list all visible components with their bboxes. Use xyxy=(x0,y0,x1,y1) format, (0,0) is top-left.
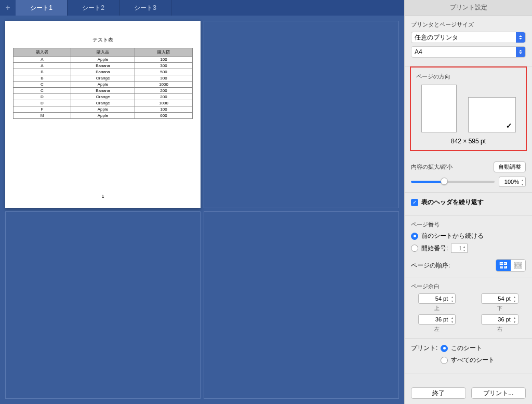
paper-size-select[interactable]: A4 xyxy=(411,46,526,58)
stepper-up-icon[interactable]: ▴ xyxy=(520,178,525,182)
page-order-down[interactable] xyxy=(511,260,525,271)
orientation-size-text: 842 × 595 pt xyxy=(416,138,521,145)
orientation-label: ページの方向 xyxy=(416,73,521,80)
bottom-buttons: 終了 プリント... xyxy=(405,382,532,404)
sheet-tab-bar: + シート1 シート2 シート3 xyxy=(0,0,404,16)
stepper-down-icon[interactable]: ▾ xyxy=(520,182,525,186)
table-row: CApple1000 xyxy=(14,82,193,88)
page-number: 1 xyxy=(5,194,201,199)
printer-select[interactable]: 任意のプリンタ xyxy=(411,32,526,43)
tab-sheet1[interactable]: シート1 xyxy=(16,0,68,16)
margin-bottom-input[interactable]: 54 pt▴▾ xyxy=(481,293,518,304)
page-number-section: ページ番号 前のシートから続ける 開始番号: 1 ▴▾ ページの順序: xyxy=(405,216,532,277)
scale-slider[interactable] xyxy=(411,181,495,183)
margin-top-input[interactable]: 54 pt▴▾ xyxy=(418,293,456,304)
all-sheets-label: すべてのシート xyxy=(451,356,495,365)
start-number-input[interactable]: 1 ▴▾ xyxy=(451,244,468,253)
margin-top-label: 上 xyxy=(434,305,440,312)
table-row: DOrange1000 xyxy=(14,100,193,106)
page-order-segmented xyxy=(496,259,526,272)
radio-start-number[interactable] xyxy=(411,245,418,252)
page-number-label: ページ番号 xyxy=(411,221,526,228)
auto-fit-button[interactable]: 自動調整 xyxy=(494,161,526,172)
table-title: テスト表 xyxy=(13,36,193,44)
table-row: AApple100 xyxy=(14,57,193,63)
margin-right-label: 右 xyxy=(497,326,502,333)
print-button[interactable]: プリント... xyxy=(471,387,526,399)
start-number-label: 開始番号: xyxy=(421,244,448,253)
add-sheet-button[interactable]: + xyxy=(0,0,16,16)
table-row: BOrange300 xyxy=(14,75,193,82)
repeat-header-checkbox[interactable]: ✓ xyxy=(411,199,418,206)
scale-label: 内容の拡大/縮小 xyxy=(411,163,453,171)
page-preview-1[interactable]: テスト表 購入者 購入品 購入額 AApple100ABanana300BBan… xyxy=(5,21,201,208)
repeat-header-label: 表のヘッダを繰り返す xyxy=(421,198,484,207)
tab-sheet2[interactable]: シート2 xyxy=(68,0,119,16)
col-header: 購入者 xyxy=(14,48,71,57)
margin-left-label: 左 xyxy=(434,326,440,333)
margins-section: ページ余白 54 pt▴▾ 上 54 pt▴▾ 下 36 pt▴▾ 左 36 p… xyxy=(405,277,532,339)
radio-this-sheet[interactable] xyxy=(441,345,448,352)
radio-continue-from-prev[interactable] xyxy=(411,233,418,240)
printer-select-value: 任意のプリンタ xyxy=(415,33,458,42)
table-row: BBanana500 xyxy=(14,69,193,75)
col-header: 購入額 xyxy=(135,48,193,57)
this-sheet-label: このシート xyxy=(451,344,482,353)
table-row: CBanana200 xyxy=(14,88,193,94)
stepper-down-icon[interactable]: ▾ xyxy=(461,248,467,252)
continue-from-prev-label: 前のシートから続ける xyxy=(421,232,484,240)
done-button[interactable]: 終了 xyxy=(411,387,466,399)
order-down-icon xyxy=(514,262,522,269)
printer-size-label: プリンタとページサイズ xyxy=(411,21,526,29)
paper-size-value: A4 xyxy=(415,48,422,56)
margin-bottom-label: 下 xyxy=(497,305,502,312)
scale-percent-input[interactable]: 100% ▴▾ xyxy=(499,177,526,187)
tab-sheet3[interactable]: シート3 xyxy=(119,0,171,16)
print-label: プリント: xyxy=(411,344,437,353)
page-preview-2[interactable] xyxy=(204,21,399,208)
page-preview-grid: テスト表 購入者 購入品 購入額 AApple100ABanana300BBan… xyxy=(0,16,404,404)
panel-title: プリント設定 xyxy=(405,0,532,16)
table-row: DOrange200 xyxy=(14,94,193,100)
table-row: FApple100 xyxy=(14,106,193,113)
dropdown-arrow-icon xyxy=(516,47,525,57)
margins-label: ページ余白 xyxy=(411,282,526,290)
col-header: 購入品 xyxy=(71,48,135,57)
order-across-icon xyxy=(499,262,508,269)
margin-left-input[interactable]: 36 pt▴▾ xyxy=(418,314,456,325)
print-settings-panel: プリント設定 プリンタとページサイズ 任意のプリンタ A4 ページの方向 ✓ 8… xyxy=(404,0,532,404)
check-icon: ✓ xyxy=(506,122,512,130)
page-order-label: ページの順序: xyxy=(411,261,450,270)
stepper-up-icon[interactable]: ▴ xyxy=(461,245,467,248)
orientation-portrait[interactable] xyxy=(421,85,457,132)
preview-table: 購入者 購入品 購入額 AApple100ABanana300BBanana50… xyxy=(13,48,193,119)
orientation-landscape[interactable]: ✓ xyxy=(468,97,516,132)
repeat-header-section: ✓ 表のヘッダを繰り返す xyxy=(405,193,532,216)
page-preview-3[interactable] xyxy=(5,211,201,399)
page-preview-4[interactable] xyxy=(204,211,399,399)
scale-section: 内容の拡大/縮小 自動調整 100% ▴▾ xyxy=(405,156,532,193)
table-row: ABanana300 xyxy=(14,63,193,69)
print-target-section: プリント: このシート すべてのシート xyxy=(405,339,532,373)
table-row: MApple600 xyxy=(14,113,193,119)
dropdown-arrow-icon xyxy=(516,32,525,43)
radio-all-sheets[interactable] xyxy=(441,357,448,364)
margin-right-input[interactable]: 36 pt▴▾ xyxy=(481,314,518,325)
page-order-across[interactable] xyxy=(496,260,511,271)
slider-thumb[interactable] xyxy=(441,178,448,185)
main-preview-area: + シート1 シート2 シート3 テスト表 購入者 購入品 購入額 AApple… xyxy=(0,0,404,404)
printer-size-section: プリンタとページサイズ 任意のプリンタ A4 xyxy=(405,16,532,66)
orientation-section: ページの方向 ✓ 842 × 595 pt xyxy=(410,66,527,151)
